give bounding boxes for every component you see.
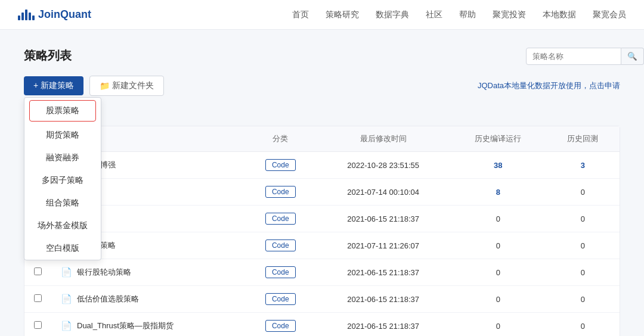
table-row: 📄含未来 Code 2021-07-14 00:10:04 8 0 (24, 179, 620, 206)
nav-data-dict[interactable]: 数据字典 (376, 10, 409, 20)
modified-time: 2021-06-15 21:18:37 (347, 322, 419, 331)
logo-text: JoinQuant (38, 8, 91, 21)
logo[interactable]: JoinQuant (18, 8, 91, 21)
nav-strategy-research[interactable]: 策略研究 (326, 10, 359, 20)
dropdown-item-blank[interactable]: 空白模版 (24, 237, 101, 260)
table-body: 📄克里斯博强 Code 2022-10-28 23:51:55 38 3 📄含未… (24, 152, 620, 337)
code-badge[interactable]: Code (265, 213, 296, 225)
compile-count: 0 (496, 241, 500, 250)
folder-icon: 📁 (100, 81, 110, 91)
main-content: 🔍 策略列表 + 新建策略 📁 新建文件夹 JQData本地量化数据开放使用，点… (0, 30, 644, 336)
backtest-count[interactable]: 3 (581, 161, 585, 170)
logo-icon (18, 10, 35, 20)
code-badge[interactable]: Code (265, 320, 296, 332)
compile-count: 0 (496, 268, 500, 277)
new-strategy-button[interactable]: + 新建策略 (24, 76, 83, 95)
strategy-name[interactable]: Dual_Thrust策略—股指期货 (77, 321, 174, 331)
modified-time: 2022-10-28 23:51:55 (347, 161, 419, 170)
table-row: 📄银行股轮动策略 Code 2021-06-15 21:18:37 0 0 (24, 259, 620, 286)
backtest-count: 0 (581, 322, 585, 331)
strategy-name[interactable]: 低估价值选股策略 (77, 294, 139, 304)
dropdown-item-portfolio[interactable]: 组合策略 (24, 192, 101, 214)
backtest-count: 0 (581, 214, 585, 223)
doc-icon: 📄 (61, 321, 72, 331)
table-header: 策略名称 分类 最后修改时间 历史编译运行 历史回测 (24, 126, 620, 152)
code-badge[interactable]: Code (265, 293, 296, 305)
code-badge[interactable]: Code (265, 186, 296, 198)
strategy-name-cell: 📄银行股轮动策略 (61, 267, 235, 278)
strategy-name-cell: 📄低估价值选股策略 (61, 294, 235, 304)
doc-icon: 📄 (61, 294, 72, 304)
compile-count: 0 (496, 214, 500, 223)
modified-time: 2021-06-15 21:18:37 (347, 268, 419, 277)
search-button[interactable]: 🔍 (621, 48, 644, 65)
modified-time: 2021-07-11 21:26:07 (347, 241, 419, 250)
col-backtest: 历史回测 (546, 126, 620, 152)
toolbar: + 新建策略 📁 新建文件夹 JQData本地量化数据开放使用，点击申请 股票策… (24, 76, 620, 96)
compile-count[interactable]: 38 (494, 161, 502, 170)
search-bar: 🔍 (526, 48, 644, 65)
nav-jujuan-invest[interactable]: 聚宽投资 (493, 10, 526, 20)
table-row: 📄低估价值选股策略 Code 2021-06-15 21:18:37 0 0 (24, 286, 620, 313)
modified-time: 2021-07-14 00:10:04 (347, 188, 419, 197)
row-checkbox[interactable] (34, 321, 42, 329)
jqdata-link[interactable]: JQData本地量化数据开放使用，点击申请 (478, 80, 620, 91)
backtest-count: 0 (581, 268, 585, 277)
compile-count[interactable]: 8 (496, 188, 500, 197)
header: JoinQuant 首页 策略研究 数据字典 社区 帮助 聚宽投资 本地数据 聚… (0, 0, 644, 30)
compile-count: 0 (496, 295, 500, 304)
dropdown-item-margin[interactable]: 融资融券 (24, 147, 101, 169)
table-row: 📄Dual_Thrust策略—股指期货 Code 2021-06-15 21:1… (24, 313, 620, 337)
nav-help[interactable]: 帮助 (459, 10, 476, 20)
new-folder-label: 新建文件夹 (112, 80, 154, 91)
code-badge[interactable]: Code (265, 266, 296, 278)
backtest-count: 0 (581, 241, 585, 250)
backtest-count: 0 (581, 295, 585, 304)
search-input[interactable] (526, 48, 621, 65)
nav-community[interactable]: 社区 (426, 10, 442, 20)
nav-local-data[interactable]: 本地数据 (543, 10, 576, 20)
modified-time: 2021-06-15 21:18:37 (347, 214, 419, 223)
compile-count: 0 (496, 322, 500, 331)
doc-icon: 📄 (61, 267, 72, 278)
new-folder-button[interactable]: 📁 新建文件夹 (89, 76, 164, 96)
dropdown-item-futures[interactable]: 期货策略 (24, 124, 101, 147)
col-compile: 历史编译运行 (450, 126, 546, 152)
col-category: 分类 (244, 126, 317, 152)
strategy-name-cell: 📄Dual_Thrust策略—股指期货 (61, 321, 235, 331)
table-row: 📄策略 Code 2021-06-15 21:18:37 0 0 (24, 206, 620, 232)
col-modified: 最后修改时间 (317, 126, 450, 152)
dropdown-item-multifactor[interactable]: 多因子策略 (24, 169, 101, 192)
nav-home[interactable]: 首页 (292, 10, 309, 20)
code-badge[interactable]: Code (265, 239, 296, 251)
row-checkbox[interactable] (34, 294, 42, 302)
strategy-table: 策略名称 分类 最后修改时间 历史编译运行 历史回测 📄克里斯博强 Code 2… (24, 126, 620, 336)
strategy-name[interactable]: 银行股轮动策略 (77, 267, 131, 278)
table-row: 📄双均线策略 Code 2021-07-11 21:26:07 0 0 (24, 232, 620, 259)
main-nav: 首页 策略研究 数据字典 社区 帮助 聚宽投资 本地数据 聚宽会员 (292, 10, 626, 20)
code-badge[interactable]: Code (265, 159, 296, 171)
search-icon: 🔍 (627, 52, 637, 61)
backtest-count: 0 (581, 188, 585, 197)
new-strategy-label: + 新建策略 (33, 80, 74, 91)
nav-vip[interactable]: 聚宽会员 (593, 10, 626, 20)
dropdown-item-otc-fund[interactable]: 场外基金模版 (24, 214, 101, 237)
dropdown-item-stock[interactable]: 股票策略 (29, 100, 96, 122)
row-checkbox[interactable] (34, 267, 42, 275)
dropdown-menu: 股票策略 期货策略 融资融券 多因子策略 组合策略 场外基金模版 空白模版 (24, 97, 101, 260)
table-row: 📄克里斯博强 Code 2022-10-28 23:51:55 38 3 (24, 152, 620, 179)
modified-time: 2021-06-15 21:18:37 (347, 295, 419, 304)
